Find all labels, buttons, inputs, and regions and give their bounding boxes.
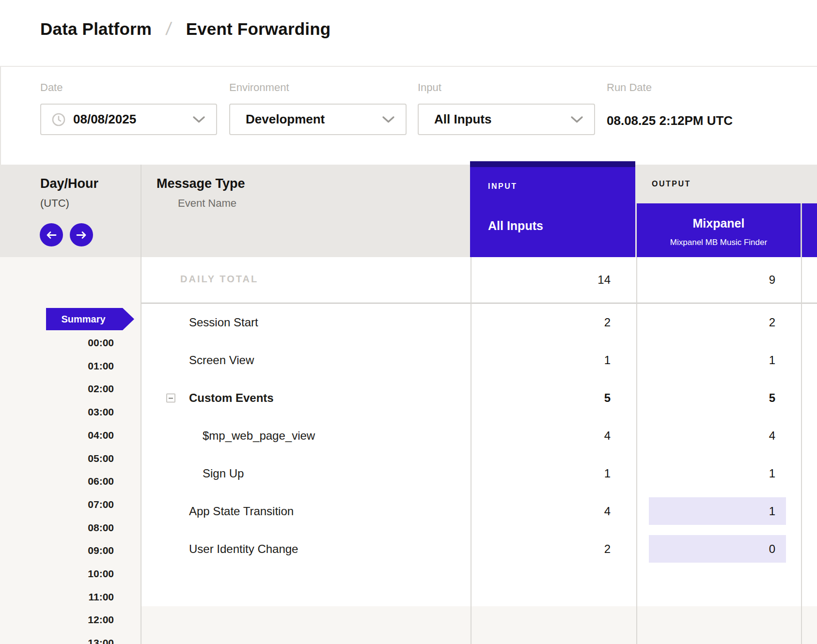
hour-rail-item[interactable]: 04:00: [0, 429, 114, 441]
output-column-partial: [802, 203, 817, 257]
arrow-left-icon: [46, 231, 57, 239]
input-count: 5: [604, 391, 611, 405]
run-date-label: Run Date: [607, 81, 652, 94]
hour-rail-item[interactable]: 07:00: [0, 499, 114, 510]
output-count: 5: [769, 391, 775, 405]
table-row: Sign Up11: [0, 455, 817, 492]
date-dropdown[interactable]: 08/08/2025: [40, 104, 217, 135]
input-count: 2: [604, 316, 611, 329]
daily-total-row: DAILY TOTAL 14 9: [141, 257, 817, 304]
environment-value: Development: [246, 112, 325, 127]
output-connection-subtitle: Mixpanel MB Music Finder: [637, 238, 801, 247]
hour-rail-item[interactable]: 02:00: [0, 383, 114, 395]
message-type-column-subtitle: Event Name: [178, 197, 236, 210]
table-row: Screen View11: [0, 341, 817, 379]
column-divider: [471, 257, 471, 644]
table-row: $mp_web_page_view44: [0, 417, 817, 455]
breadcrumb-section[interactable]: Data Platform: [40, 19, 152, 39]
event-name: Sign Up: [203, 467, 244, 480]
hour-rail-item[interactable]: 05:00: [0, 453, 114, 464]
column-divider: [141, 165, 141, 644]
message-type-column-title: Message Type: [157, 176, 245, 191]
chevron-down-icon: [382, 115, 395, 123]
output-connection-name: Mixpanel: [637, 216, 801, 230]
table-row: User Identity Change20: [0, 530, 817, 568]
run-date-value: 08.08.25 2:12PM UTC: [607, 113, 733, 128]
hour-rail-item[interactable]: 13:00: [0, 637, 114, 644]
output-section-label: OUTPUT: [652, 180, 691, 188]
event-name: User Identity Change: [189, 542, 298, 556]
event-name: $mp_web_page_view: [203, 429, 315, 443]
input-dropdown[interactable]: All Inputs: [418, 104, 595, 135]
hour-rail-item[interactable]: 11:00: [0, 591, 114, 603]
table-footer-panel: [141, 606, 817, 644]
breadcrumb-separator: /: [165, 19, 173, 39]
hour-rail-item[interactable]: 03:00: [0, 406, 114, 418]
date-value: 08/08/2025: [73, 112, 136, 127]
event-forwarding-page: Data Platform / Event Forwarding Date 08…: [0, 0, 817, 644]
summary-badge[interactable]: Summary: [46, 308, 134, 330]
input-column-header-accent: [470, 161, 635, 167]
column-divider: [635, 167, 637, 257]
environment-filter-label: Environment: [229, 81, 289, 94]
environment-dropdown[interactable]: Development: [229, 104, 407, 135]
event-name: Screen View: [189, 353, 254, 367]
input-count: 4: [604, 429, 611, 443]
daily-total-output-value: 9: [769, 273, 775, 287]
delta-highlight-cell: [649, 535, 786, 563]
arrow-right-icon: [76, 231, 87, 239]
column-divider: [801, 257, 802, 644]
next-day-button[interactable]: [70, 223, 93, 246]
hour-rail-item[interactable]: 06:00: [0, 475, 114, 487]
input-count: 1: [604, 353, 611, 367]
input-column-header: INPUT All Inputs: [470, 161, 635, 257]
hour-rail-item[interactable]: 09:00: [0, 545, 114, 556]
table-row: Custom Events55: [0, 379, 817, 417]
output-connection-header[interactable]: Mixpanel Mixpanel MB Music Finder: [637, 203, 801, 257]
day-hour-column-subtitle: (UTC): [40, 197, 69, 210]
previous-day-button[interactable]: [40, 223, 63, 246]
hour-rail-item[interactable]: 01:00: [0, 360, 114, 372]
input-value: All Inputs: [434, 112, 491, 127]
output-count: 1: [769, 505, 775, 518]
hour-rail-item[interactable]: 12:00: [0, 614, 114, 626]
column-divider: [636, 257, 637, 644]
output-count: 1: [769, 467, 775, 480]
daily-total-label: DAILY TOTAL: [180, 274, 258, 285]
input-column-value: All Inputs: [488, 219, 543, 233]
output-count: 2: [769, 316, 775, 329]
event-name: Custom Events: [189, 391, 274, 405]
hour-rail-item[interactable]: 10:00: [0, 568, 114, 580]
output-count: 1: [769, 353, 775, 367]
hour-rail-item[interactable]: 00:00: [0, 337, 114, 349]
column-divider: [801, 203, 802, 257]
input-count: 4: [604, 505, 611, 518]
chevron-down-icon: [192, 115, 205, 123]
daily-total-input-value: 14: [597, 273, 611, 287]
event-name: Session Start: [189, 316, 258, 329]
chevron-down-icon: [570, 115, 583, 123]
top-bar: Data Platform / Event Forwarding: [0, 0, 817, 67]
input-count: 1: [604, 467, 611, 480]
delta-highlight-cell: [649, 497, 786, 525]
table-row: App State Transition41: [0, 492, 817, 530]
summary-badge-label: Summary: [61, 314, 105, 325]
output-count: 0: [769, 542, 775, 556]
hour-rail-item[interactable]: 08:00: [0, 522, 114, 534]
date-filter-label: Date: [40, 81, 63, 94]
day-hour-column-title: Day/Hour: [40, 176, 98, 191]
input-count: 2: [604, 542, 611, 556]
page-title: Event Forwarding: [186, 19, 331, 39]
breadcrumb: Data Platform / Event Forwarding: [40, 19, 330, 39]
collapse-toggle-icon[interactable]: [166, 394, 175, 403]
input-filter-label: Input: [418, 81, 441, 94]
input-column-label: INPUT: [488, 182, 518, 191]
output-count: 4: [769, 429, 775, 443]
clock-icon: [52, 113, 65, 126]
event-name: App State Transition: [189, 505, 294, 518]
